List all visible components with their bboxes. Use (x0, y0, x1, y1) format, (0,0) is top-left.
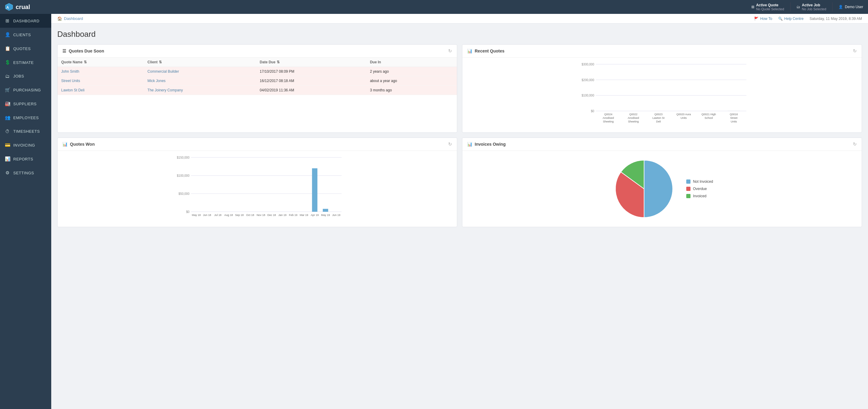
search-icon: 🔍 (778, 17, 783, 21)
col-client[interactable]: Client ⇅ (144, 58, 256, 67)
page-title: Dashboard (57, 30, 862, 39)
sidebar-item-settings[interactable]: ⚙SETTINGS (0, 166, 51, 180)
svg-text:Lawton St: Lawton St (652, 116, 665, 119)
recent-quotes-chart: $0$100,000$200,000$300,000Q0024AnodisedS… (467, 61, 857, 127)
svg-text:May 19: May 19 (321, 213, 330, 216)
svg-text:Q0023: Q0023 (654, 113, 662, 116)
sidebar-item-invoicing[interactable]: 💳INVOICING (0, 138, 51, 152)
table-row[interactable]: Street Units Mick Jones 16/12/2017 08:18… (58, 76, 457, 86)
active-job-action[interactable]: 🗂 Active Job No Job Selected (797, 3, 827, 11)
col-quote-name[interactable]: Quote Name ⇅ (58, 58, 144, 67)
legend-item: Invoiced (686, 194, 713, 198)
active-quote-action[interactable]: ⊞ Active Quote No Quote Selected (751, 3, 784, 11)
svg-text:Anodised: Anodised (628, 116, 639, 119)
invoices-owing-header: 📊 Invoices Owing ↻ (462, 138, 862, 151)
svg-text:Aug 18: Aug 18 (224, 213, 233, 216)
svg-text:Mar 19: Mar 19 (300, 213, 308, 216)
svg-text:Units: Units (681, 116, 687, 119)
bar-chart-icon: 📊 (467, 49, 472, 53)
how-to-link[interactable]: 🚩 How To (754, 17, 772, 21)
table-row[interactable]: Lawton St Deli The Joinery Company 04/02… (58, 86, 457, 95)
refresh-quotes-due[interactable]: ↻ (448, 48, 452, 54)
svg-text:Q0024: Q0024 (604, 113, 613, 116)
svg-text:School: School (705, 116, 713, 119)
svg-text:Q0020 Aura: Q0020 Aura (676, 113, 691, 116)
main-layout: ⊞DASHBOARD👤CLIENTS📋QUOTES💲ESTIMATE🗂JOBS🛒… (0, 14, 868, 409)
pie-wrap: Not InvoicedOverdueInvoiced (462, 151, 862, 227)
svg-text:$100,000: $100,000 (177, 174, 190, 177)
sidebar-item-timesheets[interactable]: ⏱TIMESHEETS (0, 124, 51, 138)
jobs-icon: 🗂 (5, 74, 10, 79)
svg-text:$0: $0 (591, 110, 594, 113)
sidebar-item-suppliers[interactable]: 🏭SUPPLIERS (0, 97, 51, 111)
estimate-icon: 💲 (5, 60, 10, 65)
refresh-recent-quotes[interactable]: ↻ (853, 48, 857, 54)
quotes-due-title: ☰ Quotes Due Soon (62, 49, 104, 53)
quotes-won-card: 📊 Quotes Won ↻ $0$50,000$100,000$150,000… (57, 138, 457, 227)
refresh-invoices-owing[interactable]: ↻ (853, 142, 857, 147)
svg-text:$200,000: $200,000 (582, 79, 594, 82)
employees-icon: 👥 (5, 115, 10, 120)
sidebar: ⊞DASHBOARD👤CLIENTS📋QUOTES💲ESTIMATE🗂JOBS🛒… (0, 14, 51, 409)
legend-dot (686, 187, 690, 191)
topbar-actions: ⊞ Active Quote No Quote Selected 🗂 Activ… (751, 2, 863, 11)
svg-text:Nov 18: Nov 18 (256, 213, 265, 216)
svg-text:$100,000: $100,000 (582, 94, 594, 97)
sidebar-item-estimate[interactable]: 💲ESTIMATE (0, 56, 51, 69)
col-due-in[interactable]: Due In (366, 58, 457, 67)
pie-chart (611, 156, 677, 222)
svg-text:A: A (6, 5, 9, 10)
user-action[interactable]: 👤 Demo User (838, 5, 863, 9)
svg-text:$300,000: $300,000 (582, 63, 594, 66)
bar-chart2-icon: 📊 (62, 142, 67, 147)
svg-text:Apr 19: Apr 19 (311, 213, 319, 216)
sidebar-item-purchasing[interactable]: 🛒PURCHASING (0, 83, 51, 97)
invoices-owing-body: Not InvoicedOverdueInvoiced (462, 151, 862, 227)
content-area: 🏠 Dashboard 🚩 How To 🔍 Help Centre Satur… (51, 14, 868, 409)
refresh-quotes-won[interactable]: ↻ (448, 142, 452, 147)
svg-text:Q0021 High: Q0021 High (701, 113, 716, 116)
sidebar-item-clients[interactable]: 👤CLIENTS (0, 28, 51, 41)
quote-icon: ⊞ (751, 5, 754, 9)
home-icon: 🏠 (57, 16, 62, 21)
sidebar-item-employees[interactable]: 👥EMPLOYEES (0, 111, 51, 124)
quotes-icon: 📋 (5, 46, 10, 51)
invoices-owing-card: 📊 Invoices Owing ↻ Not InvoicedOverdueIn… (462, 138, 862, 227)
page-content: Dashboard ☰ Quotes Due Soon ↻ (51, 24, 868, 409)
quotes-won-header: 📊 Quotes Won ↻ (58, 138, 457, 151)
invoicing-icon: 💳 (5, 142, 10, 148)
svg-rect-57 (312, 168, 317, 212)
settings-icon: ⚙ (5, 170, 10, 176)
table-row[interactable]: John Smith Commercial Builder 17/10/2017… (58, 67, 457, 76)
dashboard-icon: ⊞ (5, 18, 10, 24)
sidebar-item-dashboard[interactable]: ⊞DASHBOARD (0, 14, 51, 28)
app-logo[interactable]: A crual (5, 3, 30, 11)
quotes-due-table: Quote Name ⇅ Client ⇅ Date Due ⇅ Due In … (58, 58, 457, 95)
quotes-due-body: Quote Name ⇅ Client ⇅ Date Due ⇅ Due In … (58, 58, 457, 95)
clients-icon: 👤 (5, 32, 10, 37)
recent-quotes-header: 📊 Recent Quotes ↻ (462, 45, 862, 58)
quotes-due-header: ☰ Quotes Due Soon ↻ (58, 45, 457, 58)
sidebar-item-quotes[interactable]: 📋QUOTES (0, 41, 51, 56)
divider (790, 2, 790, 11)
legend-dot (686, 179, 690, 184)
svg-text:$150,000: $150,000 (177, 156, 190, 159)
pie-chart-icon: 📊 (467, 142, 472, 147)
user-icon: 👤 (838, 5, 843, 9)
svg-text:Jun 18: Jun 18 (203, 213, 211, 216)
sidebar-item-jobs[interactable]: 🗂JOBS (0, 69, 51, 83)
svg-text:Deli: Deli (656, 120, 661, 123)
quotes-won-body: $0$50,000$100,000$150,000May 18Jun 18Jul… (58, 151, 457, 226)
svg-text:Feb 19: Feb 19 (289, 213, 298, 216)
sidebar-item-reports[interactable]: 📊REPORTS (0, 152, 51, 166)
list-icon: ☰ (62, 49, 66, 53)
quotes-won-chart: $0$50,000$100,000$150,000May 18Jun 18Jul… (62, 154, 452, 221)
suppliers-icon: 🏭 (5, 101, 10, 107)
svg-text:Jun 19: Jun 19 (332, 213, 340, 216)
legend-dot (686, 194, 690, 198)
pie-legend: Not InvoicedOverdueInvoiced (686, 179, 713, 198)
svg-text:Oct 18: Oct 18 (246, 213, 254, 216)
help-centre-link[interactable]: 🔍 Help Centre (778, 17, 804, 21)
col-date-due[interactable]: Date Due ⇅ (256, 58, 367, 67)
breadcrumb-home[interactable]: Dashboard (64, 16, 83, 21)
